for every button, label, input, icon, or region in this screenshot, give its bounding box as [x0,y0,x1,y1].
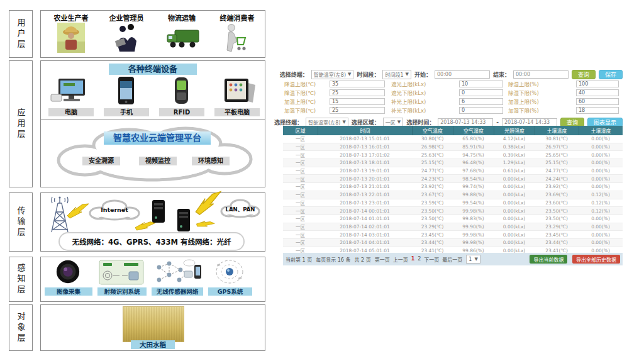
table-cell: 97.68(%) [453,167,494,175]
object-layer-box: 大田水稻 [40,304,265,351]
table-cell: 94.75(%) [453,151,494,159]
period-select-label: 时间段： [357,70,379,79]
table-cell: 23.69(℃) [535,191,579,199]
perception-label: GPS系统 [208,287,252,296]
pager-link[interactable]: 上一页 [393,256,408,263]
table-cell: 0.00(%) [579,239,623,247]
pager-link[interactable]: 1 [411,256,415,263]
setting-label: 除湿上限(%) [507,80,576,87]
table-cell: 0.00(%) [579,167,623,175]
wireless-sensor-network-icon [152,259,203,289]
page-select[interactable]: 1 ▼ [466,255,480,264]
table-cell: 0.00(%) [579,135,623,143]
device-label: RFID [159,108,204,116]
table-header-cell: 土壤温度 [535,126,579,135]
area-select-label: 选择区域： [352,118,380,126]
table-cell: 23.50(℃) [535,207,579,214]
setting-input[interactable] [459,98,503,105]
table-cell: 0.00(kLx) [494,175,535,182]
table-cell: 23.67(℃) [412,191,453,199]
time-range-start-input[interactable] [438,118,493,126]
cloud-feature-label: 环境感知 [192,157,230,165]
table-row: 一区2018-07-14 04:01:0123.44(℃)99.98(%)0.0… [283,239,623,247]
pager-link[interactable]: 下一页 [424,256,439,263]
table-cell: 一区 [283,207,318,214]
table-cell: 2018-07-13 19:01:01 [318,167,412,175]
setting-input[interactable] [330,98,385,105]
monitoring-panel: 选择终端： 智能温室(左8) ▼ 时间段： 时间段1 ▼ 开始： 结束： 查询 … [283,68,623,268]
end-time-input[interactable] [513,70,569,79]
table-cell: 23.45(℃) [535,231,579,238]
internet-cloud: Internet [86,198,143,222]
perception-layer-box: 图像采集 射频识别系统 无线传感器网络 GPS系统 [40,257,265,302]
table-row: 一区2018-07-13 22:01:0123.67(℃)99.88(%)0.0… [283,191,623,199]
managers-image [113,23,140,55]
setting-label: 加温下限(℃) [283,106,330,114]
table-cell: 0.00(%) [579,231,623,238]
phone-icon [118,76,135,108]
table-cell: 25.15(℃) [412,159,453,167]
query-button[interactable]: 查询 [572,70,596,79]
table-cell: 99.88(%) [453,191,494,199]
setting-input[interactable] [459,107,503,114]
setting-input[interactable] [330,81,385,87]
chevron-down-icon: ▼ [342,120,345,125]
setting-label: 遮光下限(kLx) [390,89,459,96]
terminal-select-2-value: 智能温室(左8) [308,119,340,126]
table-cell: 30.81(℃) [535,135,579,143]
farmer-image [57,23,85,55]
area-select-value: 一区 [386,119,396,126]
setting-input[interactable] [330,89,385,96]
pager-link[interactable]: 最后一页 [442,256,462,263]
start-time-input[interactable] [435,70,490,79]
terminal-select[interactable]: 智能温室(左8) ▼ [311,70,354,79]
setting-input[interactable] [576,98,619,105]
period-select-value: 时间段1 [385,71,403,78]
table-row: 一区2018-07-13 20:01:0124.23(℃)98.54(%)0.0… [283,175,623,183]
architecture-diagram: 用户层 应用层 传输层 感知层 对象层 农业生产者 企业管理员 物流运输 终端消… [0,0,270,356]
table-cell: 一区 [283,135,318,143]
table-row: 一区2018-07-14 00:01:0123.50(℃)99.98(%)0.0… [283,207,623,215]
export-all-button[interactable]: 导出全部历史数据 [572,255,620,264]
table-header-cell: 空气湿度 [453,126,494,135]
layer-label-transmission: 传输层 [9,192,33,252]
export-current-button[interactable]: 导出当前数据 [530,255,567,264]
pagination-current-info: 当前第 1 页 [286,256,312,263]
table-cell: 2018-07-13 21:01:01 [318,183,412,191]
setting-input[interactable] [330,107,385,114]
table-row: 一区2018-07-13 16:01:0126.98(℃)85.91(%)0.3… [283,143,623,152]
table-cell: 96.48(%) [453,159,494,167]
setting-label: 降温下限(℃) [283,89,330,96]
table-cell: 0.39(kLx) [494,151,535,159]
layer-label-perception: 感知层 [9,257,33,302]
table-cell: 0.00(%) [579,223,623,231]
period-select[interactable]: 时间段1 ▼ [382,70,411,79]
pager-link[interactable]: 第一页 [375,256,390,263]
table-cell: 一区 [283,191,318,199]
device-label: 电脑 [48,108,94,116]
setting-input[interactable] [576,107,619,114]
table-header-cell: 时间 [318,126,412,135]
transmission-layer-box: Internet [40,192,265,252]
device-label: 平板电脑 [214,108,260,116]
setting-input[interactable] [459,81,503,87]
table-cell: 23.44(℃) [535,239,579,247]
setting-input[interactable] [576,81,619,87]
table-cell: 0.00(%) [579,143,623,151]
time-range-end-input[interactable] [502,118,557,126]
tablet-icon [222,77,258,106]
table-cell: 0.00(kLx) [494,231,535,238]
lan-pan-label: LAN、PAN [218,205,262,213]
controls-row-1: 选择终端： 智能温室(左8) ▼ 时间段： 时间段1 ▼ 开始： 结束： 查询 … [283,69,623,79]
user-role-label: 农业生产者 [46,13,96,23]
table-cell: 65.80(%) [453,135,494,143]
user-role-label: 物流运输 [157,13,207,23]
page-select-value: 1 [469,257,472,262]
pager-link[interactable]: 2 [418,256,421,263]
save-button[interactable]: 保存 [599,70,623,79]
pagination-bar: 当前第 1 页 每页显示 16 条 共 2 页 第一页上一页12下一页最后一页 … [283,253,623,265]
setting-input[interactable] [576,89,619,96]
lan-pan-cloud: LAN、PAN [218,198,262,220]
setting-input[interactable] [459,89,503,96]
table-cell: 25.63(℃) [412,151,453,159]
